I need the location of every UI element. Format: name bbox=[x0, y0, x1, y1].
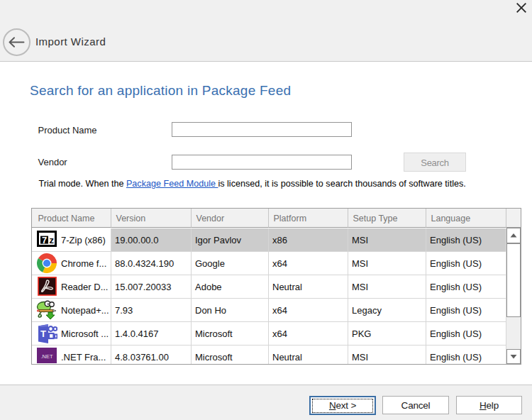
svg-text:.NET: .NET bbox=[40, 353, 53, 360]
svg-text:T: T bbox=[40, 328, 46, 339]
svg-text:7: 7 bbox=[42, 235, 47, 245]
svg-text:z: z bbox=[49, 235, 54, 245]
